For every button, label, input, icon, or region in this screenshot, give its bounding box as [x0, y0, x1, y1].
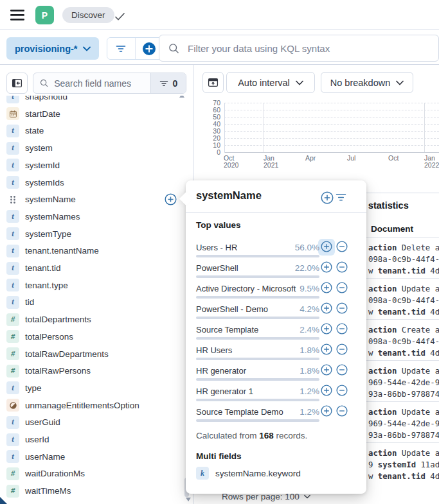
- top-value-row: HR Users1.8%: [196, 345, 356, 365]
- filter-for-value-button[interactable]: [321, 385, 332, 396]
- data-view-label: provisioning-*: [15, 44, 77, 54]
- document-row[interactable]: action Update a9 systemId 11adw tenant.t…: [363, 442, 439, 483]
- field-name: tenant.tid: [25, 263, 61, 273]
- top-header-bar: P Discover: [0, 0, 439, 30]
- query-toolbar: provisioning-*: [0, 30, 439, 65]
- filter-for-value-button[interactable]: [321, 241, 332, 252]
- minus-circle-icon: [336, 364, 348, 376]
- field-list-item[interactable]: ttenant.type: [0, 277, 193, 294]
- calculated-from-text: Calculated from 168 records.: [196, 431, 307, 440]
- filter-out-value-button[interactable]: [336, 302, 348, 314]
- filter-icon[interactable]: [107, 38, 135, 59]
- filter-out-value-button[interactable]: [336, 364, 348, 376]
- kql-input[interactable]: [186, 42, 429, 55]
- data-view-picker[interactable]: provisioning-*: [6, 37, 99, 60]
- field-list-item[interactable]: tstate: [0, 122, 193, 139]
- popover-filter-button[interactable]: [336, 193, 346, 202]
- minus-circle-icon: [336, 405, 348, 417]
- field-list-item[interactable]: ttenant.tid: [0, 259, 193, 277]
- document-row[interactable]: action Update a969-544e-42de-993a-86bb-9…: [363, 360, 439, 401]
- field-name: waitTimeMs: [25, 486, 71, 496]
- string-type-icon: t: [6, 262, 19, 275]
- top-value-row: PowerShell22.0%: [196, 263, 356, 283]
- document-row[interactable]: action Update a969-544e-42de-993a-86bb-9…: [363, 401, 439, 442]
- top-value-row: PowerShell - Demo4.2%: [196, 304, 356, 324]
- filter-for-value-button[interactable]: [321, 405, 332, 417]
- plus-circle-icon: [321, 302, 332, 314]
- x-axis-tick: Oct 2020: [224, 155, 238, 169]
- field-list-item[interactable]: systemName: [0, 191, 193, 208]
- top-value-label: HR generator 1: [196, 387, 253, 396]
- field-list-item[interactable]: ttype: [0, 379, 193, 397]
- field-name: systemIds: [25, 178, 64, 187]
- field-list-item[interactable]: #totalPersons: [0, 328, 193, 345]
- discover-app: P Discover provisioning-* tsnapshotIdsta…: [0, 0, 439, 504]
- field-list-item[interactable]: ttenant.tenantName: [0, 242, 193, 259]
- field-list-item[interactable]: #totalRawPersons: [0, 362, 193, 379]
- top-value-label: Source Template Demo: [196, 407, 283, 417]
- field-list-item[interactable]: tsystemId: [0, 157, 193, 174]
- filter-out-value-button[interactable]: [336, 261, 348, 273]
- filter-out-value-button[interactable]: [336, 385, 348, 396]
- app-logo[interactable]: P: [35, 6, 54, 24]
- field-name: tid: [25, 297, 34, 307]
- field-list-item[interactable]: tuserName: [0, 448, 193, 465]
- top-value-bar: [196, 255, 319, 257]
- plus-circle-icon: [321, 282, 332, 293]
- filter-out-value-button[interactable]: [336, 405, 348, 417]
- filter-for-value-button[interactable]: [321, 282, 332, 293]
- filter-for-value-button[interactable]: [321, 364, 332, 376]
- filter-for-value-button[interactable]: [321, 343, 332, 355]
- field-search-input[interactable]: [53, 78, 150, 89]
- field-filter-toggle[interactable]: 0: [150, 73, 186, 93]
- field-list-item[interactable]: tsystemIds: [0, 174, 193, 191]
- histogram-chart[interactable]: 010203040506070Oct 2020Jan 2021AprJulOct…: [193, 65, 439, 193]
- field-list-item[interactable]: #waitTimeMs: [0, 482, 193, 500]
- field-list: tsnapshotIdstartDatetstatetsystemtsystem…: [0, 88, 193, 504]
- top-values-list: Users - HR56.0%PowerShell22.0%Active Dir…: [186, 242, 366, 427]
- field-list-item[interactable]: tsystemNames: [0, 208, 193, 225]
- popover-add-field-button[interactable]: [321, 191, 334, 204]
- field-list-item[interactable]: tuserId: [0, 431, 193, 448]
- document-row[interactable]: action Update a098a-0c9b-44f4-w tenant.t…: [363, 278, 439, 319]
- filter-out-value-button[interactable]: [336, 323, 348, 335]
- document-row[interactable]: action Create a098a-0c9b-44f4-w tenant.t…: [363, 319, 439, 360]
- field-list-item[interactable]: tuserGuid: [0, 413, 193, 431]
- field-name: unmanageEntitlementsOption: [25, 401, 139, 410]
- filter-out-value-button[interactable]: [336, 343, 348, 355]
- field-list-item[interactable]: #totalRawDepartments: [0, 345, 193, 363]
- breadcrumb[interactable]: Discover: [62, 7, 114, 23]
- field-stats-popover: systemName Top values Users - HR56.0%Pow…: [186, 180, 366, 494]
- field-list-item[interactable]: ttid: [0, 293, 193, 311]
- top-value-label: Users - HR: [196, 243, 237, 252]
- string-type-icon: t: [6, 296, 19, 309]
- top-value-label: PowerShell - Demo: [196, 304, 268, 314]
- add-field-button[interactable]: [165, 193, 177, 205]
- multi-field-item[interactable]: k systemName.keyword: [196, 467, 301, 480]
- field-name: systemType: [25, 229, 71, 239]
- field-name: systemName: [25, 195, 76, 204]
- menu-icon[interactable]: [10, 9, 24, 24]
- collapse-sidebar-button[interactable]: [6, 73, 28, 94]
- top-value-percent: 22.0%: [295, 263, 319, 273]
- field-list-item[interactable]: startDate: [0, 105, 193, 123]
- plus-circle-icon: [321, 241, 332, 252]
- field-list-item[interactable]: #waitDurationMs: [0, 465, 193, 482]
- filter-for-value-button[interactable]: [321, 261, 332, 273]
- minus-circle-icon: [336, 241, 348, 252]
- minus-circle-icon: [336, 282, 348, 293]
- field-list-item[interactable]: unmanageEntitlementsOption: [0, 397, 193, 414]
- field-list-item[interactable]: tsystemType: [0, 225, 193, 243]
- field-list-item[interactable]: tsystem: [0, 139, 193, 157]
- plus-circle-icon: [321, 385, 332, 396]
- filter-for-value-button[interactable]: [321, 323, 332, 335]
- filter-out-value-button[interactable]: [336, 282, 348, 293]
- field-list-item[interactable]: #totalDepartments: [0, 311, 193, 328]
- string-type-icon: t: [6, 279, 19, 291]
- document-row[interactable]: action Delete a098a-0c9b-44f4-w tenant.t…: [363, 237, 439, 278]
- minus-circle-icon: [336, 385, 348, 396]
- filter-for-value-button[interactable]: [321, 302, 332, 314]
- field-name: startDate: [25, 109, 60, 119]
- filter-out-value-button[interactable]: [336, 241, 348, 252]
- chevron-down-icon: [83, 46, 91, 51]
